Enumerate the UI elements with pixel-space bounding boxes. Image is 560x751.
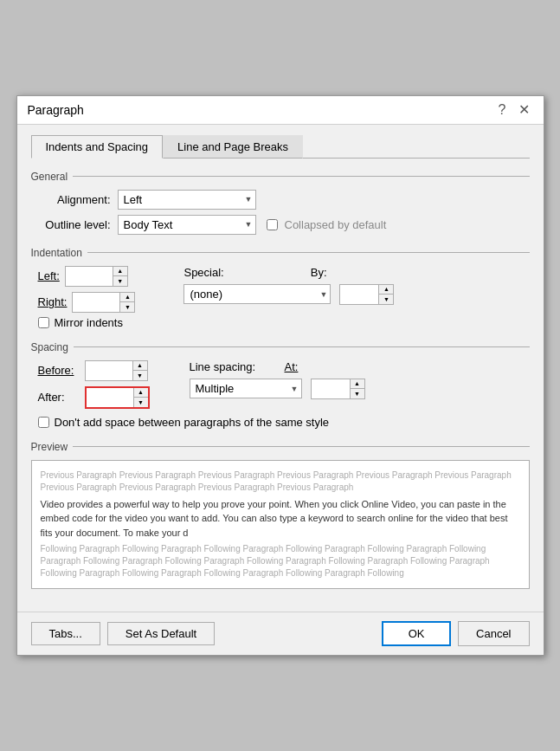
- spacing-after-spinbox: 10 pt ▲ ▼: [85, 386, 150, 409]
- collapsed-checkbox[interactable]: [267, 219, 278, 230]
- at-down[interactable]: ▼: [351, 389, 364, 398]
- indentation-body: Left: 0 cm ▲ ▼ Right: 0 cm: [31, 266, 530, 313]
- alignment-row: Alignment: Left Centered Right Justified: [31, 190, 530, 210]
- indent-right-down[interactable]: ▼: [120, 302, 134, 312]
- at-spinbox: 1.08 ▲ ▼: [311, 379, 365, 399]
- indent-left-row: Left: 0 cm ▲ ▼: [38, 266, 136, 287]
- special-select-wrap: (none) First line Hanging: [183, 284, 331, 304]
- spacing-before-row: Before: 0 pt ▲ ▼: [38, 360, 150, 381]
- by-input[interactable]: [340, 286, 378, 302]
- alignment-label: Alignment:: [31, 193, 118, 206]
- line-spacing-select-wrap: Single 1.5 lines Double At least Exactly…: [190, 379, 302, 398]
- outline-level-label: Outline level:: [31, 218, 118, 231]
- spacing-before-label: Before:: [38, 364, 80, 377]
- general-section: General Alignment: Left Centered Right J…: [31, 171, 530, 235]
- special-by-labels: Special: By:: [183, 266, 394, 279]
- indent-right-row: Right: 0 cm ▲ ▼: [38, 292, 136, 313]
- spacing-before-down[interactable]: ▼: [133, 371, 147, 380]
- tab-line-page-breaks[interactable]: Line and Page Breaks: [163, 135, 303, 159]
- dont-add-space-label: Don't add space between paragraphs of th…: [55, 416, 330, 429]
- preview-section-label: Preview: [31, 441, 530, 453]
- collapsed-wrap: Collapsed by default: [267, 218, 387, 231]
- line-at-labels: Line spacing: At:: [190, 360, 365, 373]
- spacing-before-up[interactable]: ▲: [133, 361, 147, 371]
- mirror-indents-checkbox[interactable]: [38, 317, 49, 328]
- preview-main-text: Video provides a powerful way to help yo…: [41, 497, 520, 541]
- spacing-after-up[interactable]: ▲: [134, 388, 148, 398]
- indent-left-right: Left: 0 cm ▲ ▼ Right: 0 cm: [38, 266, 136, 313]
- at-up[interactable]: ▲: [351, 379, 364, 389]
- preview-follow-text: Following Paragraph Following Paragraph …: [41, 543, 520, 579]
- spacing-before-spinbox-btns: ▲ ▼: [132, 361, 147, 380]
- tab-indents-spacing[interactable]: Indents and Spacing: [31, 135, 164, 159]
- spacing-after-input[interactable]: 10 pt: [87, 389, 133, 405]
- indent-left-label: Left:: [38, 269, 60, 282]
- close-button[interactable]: ✕: [515, 103, 533, 117]
- spacing-section-label: Spacing: [31, 341, 530, 353]
- footer-left: Tabs... Set As Default: [31, 622, 216, 645]
- outline-level-row: Outline level: Body Text Level 1 Level 2…: [31, 215, 530, 235]
- indent-right-spinbox: 0 cm ▲ ▼: [72, 292, 135, 313]
- paragraph-dialog: Paragraph ? ✕ Indents and Spacing Line a…: [16, 95, 544, 657]
- spacing-body: Before: 0 pt ▲ ▼ After: 10 pt: [31, 360, 530, 409]
- spacing-after-row: After: 10 pt ▲ ▼: [38, 386, 150, 409]
- by-spinbox-btns: ▲ ▼: [378, 285, 393, 304]
- indentation-section-label: Indentation: [31, 247, 530, 259]
- mirror-indents-label: Mirror indents: [55, 316, 123, 329]
- line-spacing-label: Line spacing:: [190, 360, 267, 373]
- indent-left-spinbox: 0 cm ▲ ▼: [65, 266, 128, 287]
- by-down[interactable]: ▼: [379, 295, 393, 304]
- indent-left-up[interactable]: ▲: [113, 267, 127, 276]
- dialog-title: Paragraph: [28, 103, 84, 117]
- set-default-button[interactable]: Set As Default: [107, 622, 215, 645]
- indent-right-up[interactable]: ▲: [120, 293, 134, 302]
- title-bar: Paragraph ? ✕: [17, 96, 544, 125]
- spacing-before-input[interactable]: 0 pt: [86, 362, 132, 379]
- indent-left-spinbox-btns: ▲ ▼: [113, 267, 127, 286]
- preview-prev-text: Previous Paragraph Previous Paragraph Pr…: [41, 469, 520, 494]
- at-input[interactable]: 1.08: [312, 380, 350, 397]
- indent-left-input[interactable]: 0 cm: [66, 268, 113, 284]
- tabs-button[interactable]: Tabs...: [31, 622, 100, 645]
- line-at-inputs: Single 1.5 lines Double At least Exactly…: [190, 379, 365, 399]
- alignment-select[interactable]: Left Centered Right Justified: [118, 190, 256, 210]
- by-up[interactable]: ▲: [379, 285, 393, 295]
- indent-special-by: Special: By: (none) First line Hanging: [183, 266, 394, 313]
- footer-right: OK Cancel: [382, 621, 529, 646]
- special-select[interactable]: (none) First line Hanging: [183, 284, 331, 304]
- cancel-button[interactable]: Cancel: [458, 621, 529, 646]
- indentation-section: Indentation Left: 0 cm ▲ ▼: [31, 247, 530, 329]
- spacing-after-spinbox-btns: ▲ ▼: [133, 388, 148, 407]
- help-button[interactable]: ?: [495, 103, 510, 117]
- ok-button[interactable]: OK: [382, 621, 451, 646]
- special-label: Special:: [183, 266, 223, 279]
- general-section-label: General: [31, 171, 530, 183]
- dont-add-space-checkbox[interactable]: [38, 417, 49, 428]
- dialog-footer: Tabs... Set As Default OK Cancel: [17, 612, 544, 655]
- spacing-after-label: After:: [38, 391, 80, 404]
- dont-add-space-row: Don't add space between paragraphs of th…: [31, 416, 530, 429]
- preview-box: Previous Paragraph Previous Paragraph Pr…: [31, 460, 530, 590]
- spacing-after-down[interactable]: ▼: [134, 398, 148, 407]
- indent-right-input[interactable]: 0 cm: [73, 294, 119, 310]
- outline-level-select[interactable]: Body Text Level 1 Level 2 Level 3: [118, 215, 256, 235]
- by-spinbox: ▲ ▼: [339, 284, 394, 305]
- spacing-line-at: Line spacing: At: Single 1.5 lines Doubl…: [190, 360, 365, 399]
- outline-level-select-wrap: Body Text Level 1 Level 2 Level 3: [118, 215, 256, 235]
- tab-bar: Indents and Spacing Line and Page Breaks: [31, 135, 530, 159]
- by-label: By:: [311, 266, 327, 279]
- indent-right-spinbox-btns: ▲ ▼: [119, 293, 134, 312]
- spacing-before-spinbox: 0 pt ▲ ▼: [85, 360, 148, 381]
- indent-left-down[interactable]: ▼: [113, 276, 127, 286]
- line-spacing-select[interactable]: Single 1.5 lines Double At least Exactly…: [190, 379, 302, 398]
- spacing-before-after: Before: 0 pt ▲ ▼ After: 10 pt: [38, 360, 150, 409]
- indent-right-label: Right:: [38, 295, 68, 308]
- at-label: At:: [285, 360, 299, 373]
- spacing-section: Spacing Before: 0 pt ▲ ▼: [31, 341, 530, 429]
- special-by-inputs: (none) First line Hanging ▲ ▼: [183, 284, 394, 305]
- at-spinbox-btns: ▲ ▼: [350, 379, 364, 398]
- mirror-indents-row: Mirror indents: [31, 316, 530, 329]
- alignment-select-wrap: Left Centered Right Justified: [118, 190, 256, 210]
- title-bar-controls: ? ✕: [495, 103, 533, 117]
- preview-section: Preview Previous Paragraph Previous Para…: [31, 441, 530, 590]
